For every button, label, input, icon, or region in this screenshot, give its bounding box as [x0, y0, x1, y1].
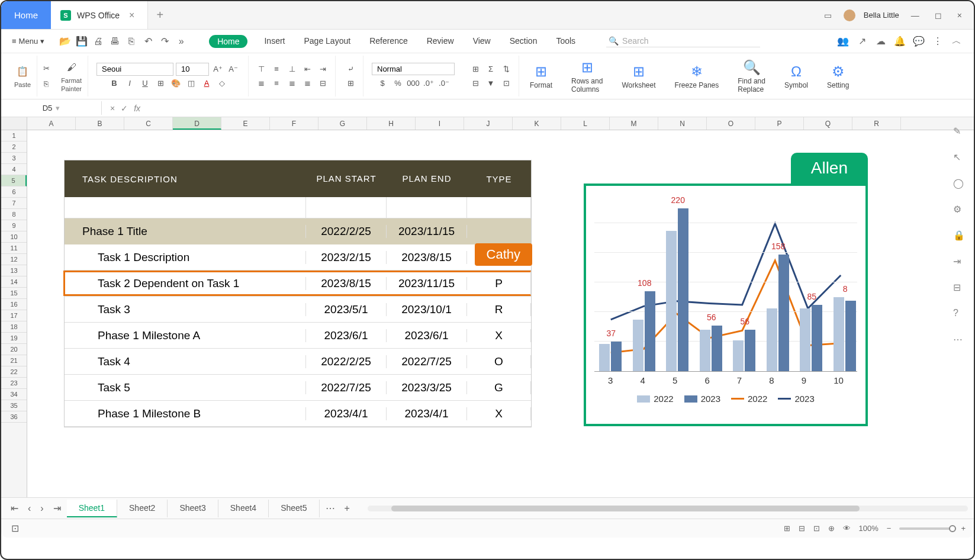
cell-style-icon[interactable]: ◫: [185, 77, 198, 90]
task-row[interactable]: Task 1 DescriptionCathy2023/2/152023/8/1…: [65, 244, 531, 271]
column-header-R[interactable]: R: [852, 117, 901, 130]
cut-icon[interactable]: ✂: [40, 62, 53, 75]
record-macro-icon[interactable]: ⊡: [9, 523, 20, 534]
row-header-17[interactable]: 17: [1, 310, 27, 321]
help-tool-icon[interactable]: ?: [953, 308, 966, 321]
row-header-14[interactable]: 14: [1, 276, 27, 288]
border-icon[interactable]: ⊞: [154, 77, 167, 90]
font-size-select[interactable]: [176, 63, 209, 76]
ribbon-tab-review[interactable]: Review: [424, 35, 456, 48]
conditional-format-icon[interactable]: ⊞: [469, 63, 482, 76]
row-header-2[interactable]: 2: [1, 141, 27, 153]
fill-down-icon[interactable]: ⊡: [500, 77, 513, 90]
ribbon-tab-view[interactable]: View: [471, 35, 493, 48]
column-header-H[interactable]: H: [367, 117, 416, 130]
column-header-N[interactable]: N: [658, 117, 707, 130]
zoom-in-icon[interactable]: +: [961, 524, 966, 533]
column-header-E[interactable]: E: [221, 117, 270, 130]
justify-icon[interactable]: ≣: [301, 77, 314, 90]
setting-menu[interactable]: ⚙ Setting: [819, 63, 857, 89]
settings-tool-icon[interactable]: ⚙: [953, 204, 966, 217]
filter-icon[interactable]: ▼: [484, 77, 497, 90]
cell-grid[interactable]: TASK DESCRIPTION PLAN START PLAN END TYP…: [27, 130, 974, 497]
view-normal-icon[interactable]: ⊞: [784, 524, 790, 533]
task-row[interactable]: Phase 1 Milestone A2023/6/12023/6/1X: [65, 323, 531, 349]
zoom-level[interactable]: 100%: [859, 524, 879, 533]
zoom-out-icon[interactable]: −: [887, 524, 892, 533]
currency-icon[interactable]: $: [376, 76, 389, 89]
row-header-15[interactable]: 15: [1, 288, 27, 299]
align-left-icon[interactable]: ≣: [255, 77, 268, 90]
phase-row[interactable]: Phase 1 Title 2022/2/25 2023/11/15: [65, 218, 531, 244]
comma-icon[interactable]: 000: [407, 76, 420, 89]
indent-left-icon[interactable]: ⇤: [301, 63, 314, 76]
open-icon[interactable]: 📂: [60, 36, 70, 47]
zoom-slider[interactable]: [899, 527, 953, 530]
row-header-1[interactable]: 1: [1, 130, 27, 141]
view-focus-icon[interactable]: ⊕: [828, 524, 835, 533]
find-replace-menu[interactable]: 🔍 Find and Replace: [729, 59, 774, 94]
row-header-35[interactable]: 35: [1, 400, 27, 411]
horizontal-scrollbar[interactable]: [368, 506, 968, 511]
task-row[interactable]: Task 32023/5/12023/10/1R: [65, 297, 531, 323]
collapse-ribbon-icon[interactable]: ︿: [951, 36, 962, 47]
select-all-corner[interactable]: [1, 117, 27, 130]
view-grid-icon[interactable]: ⊟: [799, 524, 805, 533]
ribbon-tab-tools[interactable]: Tools: [554, 35, 578, 48]
ribbon-tab-insert[interactable]: Insert: [262, 35, 287, 48]
cancel-formula-icon[interactable]: ×: [110, 104, 115, 113]
minimize-icon[interactable]: —: [908, 8, 923, 22]
table-style-icon[interactable]: ⊟: [469, 77, 482, 90]
more-tool-icon[interactable]: ⋯: [953, 334, 966, 347]
align-middle-icon[interactable]: ≡: [270, 63, 283, 76]
print-preview-icon[interactable]: 🖨: [93, 36, 104, 47]
row-header-19[interactable]: 19: [1, 333, 27, 344]
row-header-34[interactable]: 34: [1, 389, 27, 400]
format-menu[interactable]: ⊞ Format: [522, 63, 561, 89]
close-window-icon[interactable]: ×: [954, 8, 966, 22]
merge-icon[interactable]: ⊟: [316, 77, 329, 90]
align-bottom-icon[interactable]: ⊥: [285, 63, 298, 76]
format-painter-icon[interactable]: 🖌: [63, 59, 80, 76]
document-tab[interactable]: S WPS Office ×: [51, 1, 148, 29]
cloud-icon[interactable]: ☁: [876, 36, 886, 47]
column-header-K[interactable]: K: [513, 117, 561, 130]
formula-input[interactable]: [149, 107, 974, 110]
ribbon-tab-reference[interactable]: Reference: [367, 35, 410, 48]
ribbon-tab-section[interactable]: Section: [507, 35, 540, 48]
column-header-F[interactable]: F: [270, 117, 318, 130]
close-tab-icon[interactable]: ×: [126, 10, 138, 21]
ribbon-tab-page-layout[interactable]: Page Layout: [302, 35, 353, 48]
paste-icon[interactable]: 📋: [14, 63, 31, 80]
percent-icon[interactable]: %: [391, 76, 404, 89]
view-page-icon[interactable]: ⊡: [813, 524, 820, 533]
maximize-icon[interactable]: ◻: [931, 8, 945, 22]
row-header-13[interactable]: 13: [1, 265, 27, 276]
accept-formula-icon[interactable]: ✓: [121, 104, 128, 113]
row-header-16[interactable]: 16: [1, 299, 27, 310]
more-quick-icon[interactable]: »: [176, 36, 186, 47]
lock-tool-icon[interactable]: 🔒: [953, 230, 966, 243]
number-format-select[interactable]: [372, 63, 455, 75]
sheet-tab-sheet1[interactable]: Sheet1: [67, 500, 117, 517]
font-color-icon[interactable]: A: [200, 77, 213, 90]
row-header-7[interactable]: 7: [1, 198, 27, 209]
column-header-J[interactable]: J: [464, 117, 513, 130]
select-tool-icon[interactable]: ↖: [953, 152, 966, 165]
align-right-icon[interactable]: ≣: [285, 77, 298, 90]
italic-button[interactable]: I: [123, 77, 136, 90]
redo-icon[interactable]: ↷: [159, 36, 170, 47]
column-header-B[interactable]: B: [76, 117, 124, 130]
row-header-8[interactable]: 8: [1, 209, 27, 220]
column-header-G[interactable]: G: [318, 117, 367, 130]
column-header-P[interactable]: P: [755, 117, 804, 130]
row-header-11[interactable]: 11: [1, 243, 27, 254]
more-menu-icon[interactable]: ⋮: [932, 36, 943, 47]
window-mode-icon[interactable]: ▭: [820, 8, 835, 22]
task-row[interactable]: Task 42022/2/252022/7/25O: [65, 349, 531, 375]
column-header-I[interactable]: I: [416, 117, 464, 130]
view-eye-icon[interactable]: 👁: [843, 524, 851, 533]
sheet-tab-sheet4[interactable]: Sheet4: [218, 500, 269, 517]
minus-tool-icon[interactable]: ⊟: [953, 282, 966, 295]
embedded-chart[interactable]: Allen 371082205656158858 345678910 20222…: [584, 184, 868, 426]
